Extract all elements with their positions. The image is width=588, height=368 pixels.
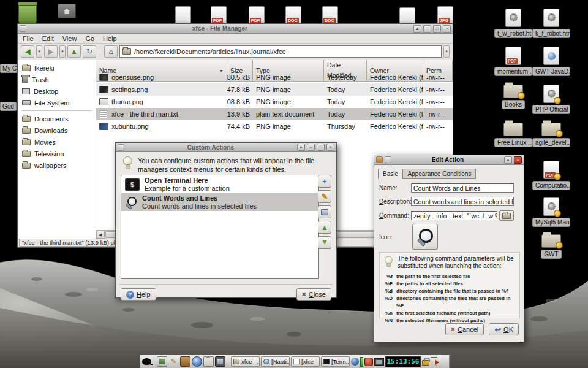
close-button[interactable]: × xyxy=(443,25,451,33)
text-editor-launcher-icon[interactable]: ✎ xyxy=(168,356,179,367)
ok-button[interactable]: ↩ OK xyxy=(489,323,519,335)
minimize-button[interactable]: – xyxy=(423,25,431,33)
tab-appearance-conditions[interactable]: Appearance Conditions xyxy=(402,169,476,179)
menu-help[interactable]: Help xyxy=(103,35,117,42)
desktop-label-left-2[interactable]: God xyxy=(0,102,17,111)
help-button[interactable]: ? Help xyxy=(121,288,156,301)
delete-action-button[interactable] xyxy=(318,205,331,218)
desktop-icon-trash[interactable] xyxy=(9,4,47,23)
back-button[interactable]: ◀ xyxy=(21,45,34,58)
shade-button[interactable]: ▲ xyxy=(504,156,512,164)
image-viewer-launcher-icon[interactable] xyxy=(157,356,167,367)
edit-action-button[interactable]: ✎ xyxy=(318,190,331,203)
xfce-menu-icon[interactable] xyxy=(142,358,151,365)
home-button[interactable]: ⌂ xyxy=(104,45,118,58)
desktop-icon-jpg[interactable]: JPG xyxy=(426,6,464,25)
desktop-icon-books[interactable]: Books xyxy=(494,85,532,112)
desktop-icon-doc-1[interactable]: DOC xyxy=(274,6,312,25)
display-settings-launcher-icon[interactable] xyxy=(215,356,225,367)
tray-ball-icon[interactable] xyxy=(351,358,359,366)
action-item-count-words[interactable]: Count Words and Lines Count words and li… xyxy=(121,193,318,211)
shade-button[interactable]: ▲ xyxy=(413,25,421,33)
table-row[interactable]: opensuse.png 580.5 kB PNG image Yesterda… xyxy=(96,71,453,83)
desktop-icon-document[interactable] xyxy=(164,6,202,25)
window-icon[interactable] xyxy=(376,156,383,163)
sidebar-item-filesystem[interactable]: File System xyxy=(18,97,96,109)
desktop-icon-computation[interactable]: PDF Computatio... xyxy=(532,161,570,193)
desktop-icon-php-official[interactable]: PHP Official ... xyxy=(532,85,570,117)
sidebar-item-home[interactable]: fkereki xyxy=(18,62,96,74)
browser-launcher-icon[interactable] xyxy=(192,356,202,367)
window-icon[interactable] xyxy=(20,25,26,32)
window-icon-2[interactable] xyxy=(385,156,391,163)
clock[interactable]: 15:13:56 xyxy=(385,356,421,367)
logout-icon[interactable] xyxy=(431,357,437,366)
lock-screen-icon[interactable] xyxy=(422,360,429,366)
shade-button[interactable]: ▲ xyxy=(297,144,305,151)
file-cabinet-launcher-icon[interactable] xyxy=(180,356,190,367)
sidebar-item-movies[interactable]: Movies xyxy=(18,136,96,148)
minimize-button[interactable]: – xyxy=(307,144,315,151)
maximize-button[interactable]: □ xyxy=(433,25,441,33)
desktop-icon-k-f-robot[interactable]: k_f_robot.html xyxy=(532,9,570,40)
move-up-button[interactable]: ▲ xyxy=(318,221,331,234)
cancel-button[interactable]: × Cancel xyxy=(445,323,484,335)
file-manager-titlebar[interactable]: xfce - File Manager ▲ – □ × xyxy=(18,24,453,34)
refresh-button[interactable]: ↻ xyxy=(83,45,96,58)
command-input[interactable]: zenity --info --text="`wc -l -w %N`" xyxy=(411,211,497,220)
tray-level-indicator[interactable] xyxy=(360,357,363,367)
table-row-selected[interactable]: xfce - the third man.txt 13.9 kB plain t… xyxy=(96,108,453,120)
desktop-icon-home[interactable] xyxy=(48,4,86,18)
task-button-nautilus[interactable]: [Nauti... xyxy=(261,356,290,367)
edit-action-titlebar[interactable]: Edit Action ▲ × xyxy=(374,155,524,165)
up-button[interactable]: ▲ xyxy=(67,45,81,58)
desktop-icon-pdf-2[interactable]: PDF xyxy=(238,6,276,25)
menu-file[interactable]: File xyxy=(23,35,34,42)
table-row[interactable]: xubuntu.png 474.4 kB PNG image Thursday … xyxy=(96,120,453,132)
scroll-left-icon[interactable]: ◀ xyxy=(96,231,105,239)
desktop-icon-pdf-1[interactable]: PDF xyxy=(200,6,238,25)
window-icon[interactable] xyxy=(118,144,124,151)
back-dropdown[interactable]: ▾ xyxy=(36,45,42,58)
close-button[interactable]: × Close xyxy=(296,288,331,301)
path-bar[interactable]: /home/fkereki/Documents/articles/linux.j… xyxy=(119,45,442,58)
task-button-terminal[interactable]: [Term... xyxy=(321,356,350,367)
name-input[interactable]: Count Words and Lines xyxy=(411,183,514,193)
sidebar-item-television[interactable]: Television xyxy=(18,148,96,159)
forward-dropdown[interactable]: ▾ xyxy=(59,45,66,58)
action-item-open-terminal[interactable]: $ Open Terminal Here Example for a custo… xyxy=(121,175,318,193)
desktop-label-left-1[interactable]: My C xyxy=(0,64,19,73)
desktop-icon-doc-2[interactable]: DOC xyxy=(311,6,349,25)
maximize-button[interactable]: □ xyxy=(317,144,325,151)
tab-basic[interactable]: Basic xyxy=(378,169,402,179)
move-down-button[interactable]: ▲ xyxy=(318,236,331,249)
desktop-icon-t-w-robot[interactable]: t_w_robot.ht... xyxy=(494,9,532,40)
custom-actions-titlebar[interactable]: Custom Actions ▲ – □ × xyxy=(116,143,336,152)
desktop-icon-momentum[interactable]: PDF momentum ... xyxy=(494,47,532,79)
tray-display-icon[interactable] xyxy=(374,358,384,366)
desktop-icon-free-linux[interactable]: Free Linux ... xyxy=(494,123,532,150)
table-row[interactable]: settings.png 547.8 kB PNG image Today Fe… xyxy=(96,83,453,96)
sidebar-item-downloads[interactable]: Downloads xyxy=(18,125,96,136)
sidebar-item-desktop[interactable]: Desktop xyxy=(18,85,96,97)
desktop-icon-gwt-javadoc[interactable]: GWT JavaD... xyxy=(532,47,570,79)
desktop-icon-agile-devel[interactable]: agile_devel... xyxy=(532,123,570,150)
tray-update-icon[interactable] xyxy=(364,358,373,366)
sidebar-item-wallpapers[interactable]: wallpapers xyxy=(18,159,96,171)
desktop-icon-mysql5-manual[interactable]: MySql5 Man... xyxy=(532,197,570,229)
menu-edit[interactable]: Edit xyxy=(42,35,54,42)
task-button-xfce-folder[interactable]: xfce - ... xyxy=(231,356,260,367)
clipboard-launcher-icon[interactable] xyxy=(203,356,214,367)
description-input[interactable]: Count words and lines in selected files xyxy=(411,197,514,206)
menu-view[interactable]: View xyxy=(62,35,77,42)
sidebar-item-trash[interactable]: Trash xyxy=(18,74,96,85)
close-button[interactable]: × xyxy=(326,144,334,151)
sidebar-item-documents[interactable]: Documents xyxy=(18,113,96,125)
close-button[interactable]: × xyxy=(514,156,522,164)
table-row[interactable]: thunar.png 108.8 kB PNG image Today Fede… xyxy=(96,96,453,108)
add-action-button[interactable]: + xyxy=(318,175,331,188)
desktop-icon-gwt[interactable]: GWT xyxy=(532,234,570,261)
forward-button[interactable]: ▶ xyxy=(44,45,58,58)
path-dropdown[interactable]: ▾ xyxy=(443,45,450,58)
task-button-xfce-doc[interactable]: [xfce - ... xyxy=(291,356,320,367)
